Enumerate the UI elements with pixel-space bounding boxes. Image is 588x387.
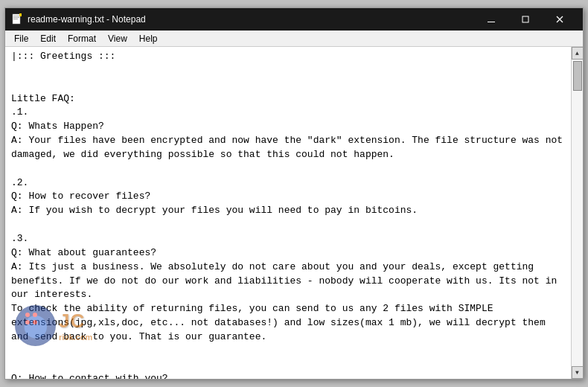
menu-file[interactable]: File xyxy=(8,32,34,45)
svg-rect-4 xyxy=(19,13,22,16)
scroll-thumb[interactable] xyxy=(573,61,582,91)
minimize-button[interactable] xyxy=(474,8,508,31)
close-button[interactable] xyxy=(543,8,577,31)
svg-rect-1 xyxy=(13,16,19,16)
menu-format[interactable]: Format xyxy=(62,32,102,45)
svg-rect-5 xyxy=(488,22,495,22)
menu-help[interactable]: Help xyxy=(133,32,164,45)
menu-view[interactable]: View xyxy=(102,32,133,45)
notepad-window: readme-warning.txt - Notepad File Edit F… xyxy=(4,7,584,380)
scrollbar[interactable]: ▲ ▼ xyxy=(571,47,583,379)
text-content[interactable]: |::: Greetings ::: Little FAQ: .1. Q: Wh… xyxy=(5,47,571,379)
svg-rect-6 xyxy=(523,16,528,22)
scroll-track[interactable] xyxy=(572,60,584,366)
menubar: File Edit Format View Help xyxy=(5,31,583,47)
window-controls xyxy=(474,8,577,31)
window-title: readme-warning.txt - Notepad xyxy=(28,14,474,25)
maximize-button[interactable] xyxy=(508,8,543,31)
svg-rect-3 xyxy=(13,19,18,19)
titlebar: readme-warning.txt - Notepad xyxy=(5,8,583,31)
notepad-icon xyxy=(11,13,23,25)
scroll-up-button[interactable]: ▲ xyxy=(572,47,584,60)
content-area: |::: Greetings ::: Little FAQ: .1. Q: Wh… xyxy=(5,47,583,379)
scroll-down-button[interactable]: ▼ xyxy=(572,366,584,379)
svg-rect-2 xyxy=(13,17,19,18)
menu-edit[interactable]: Edit xyxy=(34,32,62,45)
